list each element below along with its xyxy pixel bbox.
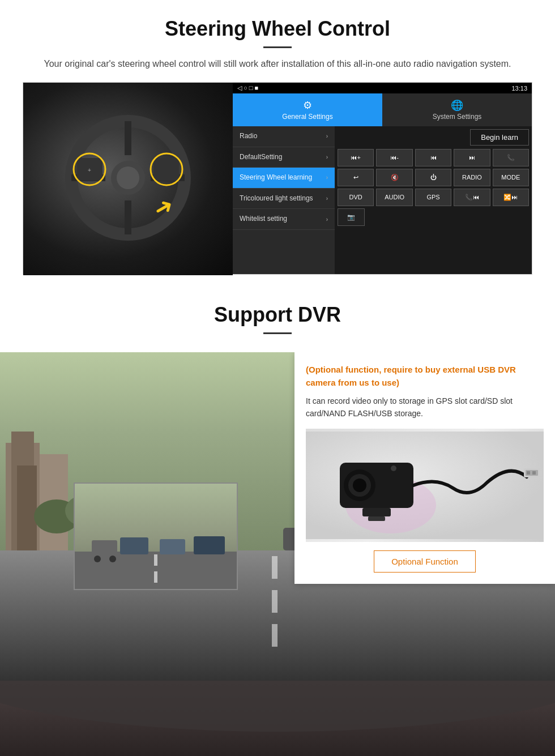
menu-item-radio[interactable]: Radio › bbox=[233, 126, 335, 147]
ctrl-row-2: ↩ 🔇 ⏻ RADIO MODE bbox=[338, 169, 529, 186]
dvr-camera-svg bbox=[306, 432, 544, 539]
tab-general-label: General Settings bbox=[282, 113, 332, 121]
optional-btn-container: Optional Function bbox=[306, 542, 544, 573]
steering-image: + ➜ bbox=[23, 83, 233, 275]
tab-system-label: System Settings bbox=[433, 113, 482, 121]
dvr-inset-svg bbox=[75, 484, 238, 590]
controls-panel: Begin learn ⏮+ ⏮- ⏮ ⏭ 📞 ↩ 🔇 ⏻ bbox=[335, 126, 532, 274]
dvr-description: It can record video only to storage in G… bbox=[306, 395, 544, 420]
ctrl-vol-down[interactable]: ⏮- bbox=[376, 149, 412, 166]
ctrl-camera[interactable]: 📷 bbox=[338, 208, 365, 226]
svg-text:+: + bbox=[88, 167, 91, 173]
dashboard-svg bbox=[0, 681, 555, 756]
dvr-inset-screenshot bbox=[74, 482, 238, 590]
svg-rect-53 bbox=[527, 471, 530, 475]
ctrl-call-prev[interactable]: 📞⏮ bbox=[454, 189, 490, 206]
menu-item-steering[interactable]: Steering Wheel learning › bbox=[233, 168, 335, 189]
svg-point-47 bbox=[353, 479, 366, 492]
menu-radio-label: Radio bbox=[240, 132, 257, 141]
svg-rect-49 bbox=[362, 508, 391, 516]
ctrl-shuffle-next[interactable]: 🔀⏭ bbox=[493, 189, 529, 206]
dvr-camera-image bbox=[306, 429, 544, 542]
svg-rect-39 bbox=[92, 540, 117, 557]
svg-point-40 bbox=[94, 556, 101, 562]
svg-rect-36 bbox=[120, 537, 148, 554]
system-icon: 🌐 bbox=[385, 99, 529, 112]
ctrl-gps[interactable]: GPS bbox=[415, 189, 451, 206]
dvr-title-area: Support DVR bbox=[0, 286, 555, 352]
ctrl-audio[interactable]: AUDIO bbox=[376, 189, 412, 206]
svg-rect-16 bbox=[17, 465, 37, 550]
tab-system-settings[interactable]: 🌐 System Settings bbox=[382, 93, 532, 126]
dvr-title-divider bbox=[263, 332, 292, 334]
android-content: Radio › DefaultSetting › Steering Wheel … bbox=[233, 126, 532, 274]
svg-rect-54 bbox=[532, 471, 536, 475]
nav-icons: ◁ ○ □ ■ bbox=[237, 84, 258, 92]
menu-arrow-icon: › bbox=[326, 133, 328, 139]
svg-point-6 bbox=[117, 166, 139, 189]
android-tabs: ⚙ General Settings 🌐 System Settings bbox=[233, 93, 532, 126]
ctrl-row-1: ⏮+ ⏮- ⏮ ⏭ 📞 bbox=[338, 149, 529, 166]
tab-general-settings[interactable]: ⚙ General Settings bbox=[233, 93, 382, 126]
svg-point-41 bbox=[109, 556, 116, 562]
ctrl-power[interactable]: ⏻ bbox=[415, 169, 451, 186]
menu-list: Radio › DefaultSetting › Steering Wheel … bbox=[233, 126, 335, 274]
menu-arrow-icon-3: › bbox=[326, 174, 328, 181]
dvr-bottom-dark bbox=[0, 681, 555, 756]
dvr-section: Support DVR bbox=[0, 286, 555, 756]
ctrl-vol-up[interactable]: ⏮+ bbox=[338, 149, 374, 166]
menu-white-label: Whitelist setting bbox=[240, 215, 287, 224]
menu-arrow-icon-2: › bbox=[326, 154, 328, 160]
ctrl-prev[interactable]: ⏮ bbox=[415, 149, 451, 166]
svg-rect-50 bbox=[368, 516, 385, 521]
optional-function-button[interactable]: Optional Function bbox=[374, 550, 476, 573]
steering-wheel-svg: + bbox=[60, 110, 196, 246]
menu-arrow-icon-4: › bbox=[326, 195, 328, 202]
menu-tri-label: Tricoloured light settings bbox=[240, 194, 313, 203]
page-title: Steering Wheel Control bbox=[23, 17, 532, 41]
ctrl-row-3: DVD AUDIO GPS 📞⏮ 🔀⏭ bbox=[338, 189, 529, 206]
menu-item-whitelist[interactable]: Whitelist setting › bbox=[233, 209, 335, 230]
begin-learn-button[interactable]: Begin learn bbox=[470, 129, 529, 146]
svg-rect-24 bbox=[272, 624, 278, 647]
menu-item-default[interactable]: DefaultSetting › bbox=[233, 147, 335, 168]
svg-point-48 bbox=[391, 465, 396, 471]
ctrl-mute[interactable]: 🔇 bbox=[376, 169, 412, 186]
ctrl-row-4: 📷 bbox=[338, 208, 529, 226]
ctrl-phone[interactable]: 📞 bbox=[493, 149, 529, 166]
svg-rect-23 bbox=[272, 590, 278, 613]
ctrl-next[interactable]: ⏭ bbox=[454, 149, 490, 166]
ctrl-back[interactable]: ↩ bbox=[338, 169, 374, 186]
dvr-optional-text: (Optional function, require to buy exter… bbox=[306, 364, 544, 389]
android-status-bar: ◁ ○ □ ■ 13:13 bbox=[233, 83, 532, 93]
menu-steering-label: Steering Wheel learning bbox=[240, 173, 312, 182]
svg-rect-37 bbox=[160, 539, 185, 554]
svg-rect-35 bbox=[154, 571, 157, 583]
steering-section: Steering Wheel Control Your original car… bbox=[0, 0, 555, 286]
dvr-info-card: (Optional function, require to buy exter… bbox=[294, 352, 555, 584]
dvr-title: Support DVR bbox=[23, 303, 532, 327]
svg-rect-38 bbox=[194, 536, 225, 554]
settings-icon: ⚙ bbox=[236, 99, 379, 112]
section-subtitle: Your original car's steering wheel contr… bbox=[34, 57, 521, 71]
begin-learn-row: Begin learn bbox=[338, 129, 529, 146]
ctrl-radio[interactable]: RADIO bbox=[454, 169, 490, 186]
svg-rect-34 bbox=[154, 554, 157, 566]
svg-rect-22 bbox=[272, 556, 278, 579]
menu-item-tricoloured[interactable]: Tricoloured light settings › bbox=[233, 189, 335, 210]
android-ui: ◁ ○ □ ■ 13:13 ⚙ General Settings 🌐 Syste… bbox=[233, 83, 532, 274]
title-divider bbox=[263, 46, 292, 48]
status-time: 13:13 bbox=[511, 85, 527, 92]
steering-wheel-graphic: + ➜ bbox=[23, 83, 233, 275]
ctrl-dvd[interactable]: DVD bbox=[338, 189, 374, 206]
ctrl-mode[interactable]: MODE bbox=[493, 169, 529, 186]
dvr-background: (Optional function, require to buy exter… bbox=[0, 352, 555, 681]
steering-panel: + ➜ ◁ ○ □ ■ 13:13 bbox=[23, 82, 532, 275]
svg-rect-9 bbox=[153, 158, 179, 181]
menu-arrow-icon-5: › bbox=[326, 216, 328, 223]
menu-default-label: DefaultSetting bbox=[240, 153, 282, 162]
